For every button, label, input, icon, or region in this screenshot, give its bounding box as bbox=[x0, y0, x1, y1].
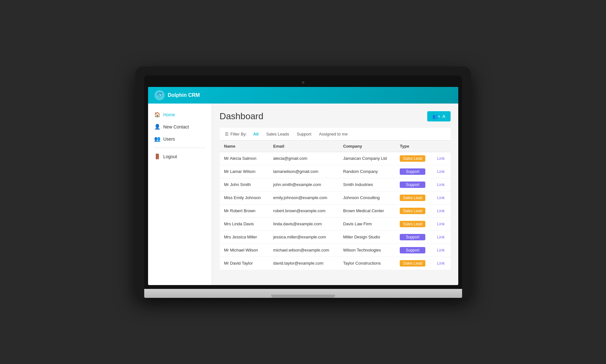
cell-name: Mr Michael Wilson bbox=[220, 244, 269, 257]
table-row: Mr John Smith john.smith@example.com Smi… bbox=[220, 178, 451, 191]
cell-link[interactable]: Link bbox=[433, 178, 451, 191]
type-badge: Sales Lead bbox=[400, 260, 425, 267]
cell-type: Sales Lead bbox=[395, 191, 432, 204]
cell-type: Sales Lead bbox=[395, 217, 432, 230]
add-button-label: A bbox=[442, 114, 445, 119]
type-badge: Sales Lead bbox=[400, 221, 425, 227]
logo-icon: 🐬 bbox=[154, 90, 165, 100]
filter-bar: ☰ Filter By: All Sales Leads Support Ass… bbox=[220, 128, 451, 141]
sidebar-item-label-home: Home bbox=[163, 112, 175, 117]
cell-company: Taylor Constructions bbox=[339, 257, 395, 270]
sidebar-item-logout[interactable]: 🚪 Logout bbox=[148, 151, 212, 163]
logout-icon: 🚪 bbox=[154, 154, 160, 159]
filter-by-text: Filter By: bbox=[231, 132, 247, 136]
cell-link[interactable]: Link bbox=[433, 204, 451, 217]
contact-link[interactable]: Link bbox=[437, 221, 445, 226]
contact-link[interactable]: Link bbox=[437, 182, 445, 187]
logo-area: 🐬 Dolphin CRM bbox=[154, 90, 200, 100]
table-row: Miss Emily Johnson emily.johnson@example… bbox=[220, 191, 451, 204]
cell-type: Sales Lead bbox=[395, 152, 432, 165]
cell-name: Mr David Taylor bbox=[220, 257, 269, 270]
table-row: Mr Alecia Salmon alecia@gmail.com Jamaic… bbox=[220, 152, 451, 165]
type-badge: Sales Lead bbox=[400, 195, 425, 201]
cell-email: robert.brown@example.com bbox=[269, 204, 339, 217]
cell-company: Smith Industries bbox=[339, 178, 395, 191]
cell-company: Brown Medical Center bbox=[339, 204, 395, 217]
contact-link[interactable]: Link bbox=[437, 195, 445, 200]
type-badge: Support bbox=[400, 234, 425, 240]
contact-link[interactable]: Link bbox=[437, 169, 445, 174]
table-row: Mrs Jessica Miller jessica.miller@exampl… bbox=[220, 230, 451, 244]
camera bbox=[302, 81, 304, 84]
content-area: Dashboard 👥+ A ☰ bbox=[212, 104, 458, 285]
sidebar: 🏠 Home 👤 New Contact 👥 Users bbox=[148, 104, 212, 285]
cell-name: Mr Alecia Salmon bbox=[220, 152, 269, 165]
sidebar-item-home[interactable]: 🏠 Home bbox=[148, 109, 212, 121]
cell-email: jessica.miller@example.com bbox=[269, 230, 339, 244]
contact-link[interactable]: Link bbox=[437, 261, 445, 266]
type-badge: Sales Lead bbox=[400, 155, 425, 162]
laptop-base bbox=[144, 289, 462, 298]
cell-email: lamarwilson@gmail.com bbox=[269, 165, 339, 178]
cell-name: Mr John Smith bbox=[220, 178, 269, 191]
cell-company: Davis Law Firm bbox=[339, 217, 395, 230]
top-nav: 🐬 Dolphin CRM bbox=[148, 87, 458, 104]
cell-link[interactable]: Link bbox=[433, 244, 451, 257]
cell-email: david.taylor@example.com bbox=[269, 257, 339, 270]
cell-link[interactable]: Link bbox=[433, 165, 451, 178]
filter-tab-all[interactable]: All bbox=[252, 131, 260, 137]
cell-type: Support bbox=[395, 230, 432, 244]
filter-tab-sales-leads[interactable]: Sales Leads bbox=[265, 131, 290, 137]
cell-type: Support bbox=[395, 165, 432, 178]
add-icon: 👥+ bbox=[432, 114, 440, 119]
cell-type: Sales Lead bbox=[395, 204, 432, 217]
cell-email: linda.davis@example.com bbox=[269, 217, 339, 230]
table-header-row: Name Email Company Type bbox=[220, 141, 451, 152]
cell-name: Mr Lamar Wilson bbox=[220, 165, 269, 178]
filter-tab-assigned-me[interactable]: Assigned to me bbox=[318, 131, 349, 137]
type-badge: Support bbox=[400, 247, 425, 253]
filter-icon: ☰ bbox=[225, 132, 229, 136]
cell-company: Jamaican Company Ltd bbox=[339, 152, 395, 165]
table-row: Mr Robert Brown robert.brown@example.com… bbox=[220, 204, 451, 217]
sidebar-item-new-contact[interactable]: 👤 New Contact bbox=[148, 121, 212, 133]
cell-type: Sales Lead bbox=[395, 257, 432, 270]
col-type: Type bbox=[395, 141, 432, 152]
cell-link[interactable]: Link bbox=[433, 257, 451, 270]
cell-company: Wilson Technologies bbox=[339, 244, 395, 257]
type-badge: Support bbox=[400, 182, 425, 188]
cell-link[interactable]: Link bbox=[433, 152, 451, 165]
cell-name: Mrs Linda Davis bbox=[220, 217, 269, 230]
cell-link[interactable]: Link bbox=[433, 230, 451, 244]
sidebar-item-label-logout: Logout bbox=[163, 154, 177, 159]
app-title: Dolphin CRM bbox=[168, 92, 200, 98]
table-row: Mr Michael Wilson michael.wilson@example… bbox=[220, 244, 451, 257]
col-company: Company bbox=[339, 141, 395, 152]
contact-link[interactable]: Link bbox=[437, 208, 445, 213]
cell-link[interactable]: Link bbox=[433, 217, 451, 230]
filter-tab-support[interactable]: Support bbox=[295, 131, 313, 137]
person-add-icon: 👤 bbox=[154, 124, 160, 130]
contact-link[interactable]: Link bbox=[437, 156, 445, 161]
col-name: Name bbox=[220, 141, 269, 152]
cell-company: Random Company bbox=[339, 165, 395, 178]
contacts-table: Name Email Company Type Mr Alecia Salmon bbox=[220, 141, 451, 270]
home-icon: 🏠 bbox=[154, 112, 160, 118]
table-container: ☰ Filter By: All Sales Leads Support Ass… bbox=[220, 128, 451, 270]
add-contact-button[interactable]: 👥+ A bbox=[427, 111, 451, 121]
cell-type: Support bbox=[395, 244, 432, 257]
cell-link[interactable]: Link bbox=[433, 191, 451, 204]
contact-link[interactable]: Link bbox=[437, 235, 445, 239]
filter-label: ☰ Filter By: bbox=[225, 132, 247, 136]
users-icon: 👥 bbox=[154, 136, 160, 142]
contact-link[interactable]: Link bbox=[437, 248, 445, 252]
type-badge: Support bbox=[400, 168, 425, 175]
cell-type: Support bbox=[395, 178, 432, 191]
cell-email: michael.wilson@example.com bbox=[269, 244, 339, 257]
sidebar-divider bbox=[154, 148, 205, 148]
cell-name: Miss Emily Johnson bbox=[220, 191, 269, 204]
table-row: Mrs Linda Davis linda.davis@example.com … bbox=[220, 217, 451, 230]
sidebar-item-label-new-contact: New Contact bbox=[163, 124, 189, 129]
sidebar-item-users[interactable]: 👥 Users bbox=[148, 133, 212, 145]
sidebar-item-label-users: Users bbox=[163, 136, 175, 142]
